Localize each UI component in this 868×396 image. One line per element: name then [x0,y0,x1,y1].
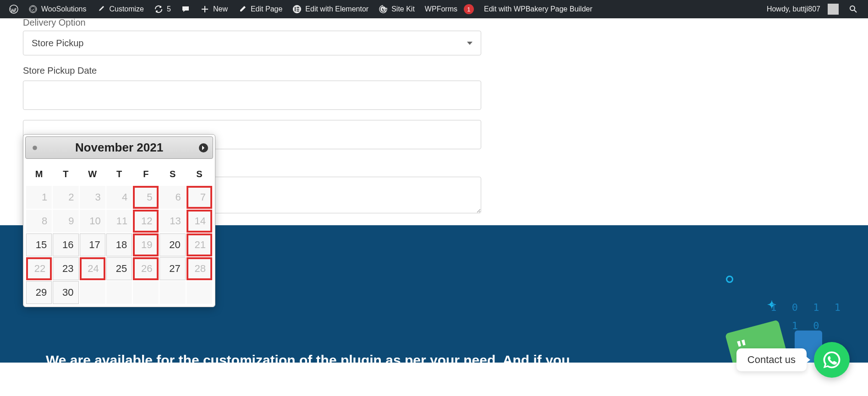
pickup-date-label: Store Pickup Date [23,65,845,76]
calendar-day: 4 [106,186,132,209]
wpbakery-link[interactable]: Edit with WPBakery Page Builder [479,0,597,18]
calendar-day[interactable]: 17 [80,233,105,256]
calendar-day[interactable]: 30 [53,281,78,304]
sitekit-label: Site Kit [391,5,415,13]
elementor-icon [292,5,302,14]
day-header: M [26,163,52,185]
next-arrow-icon [199,143,208,152]
update-icon [154,5,163,14]
calendar-day: 6 [159,186,185,209]
woo-solutions-link[interactable]: WooSolutions [24,0,91,18]
wpforms-label: WPForms [425,5,457,13]
calendar-day: 12 [133,210,159,233]
calendar-day: 28 [187,257,212,280]
new-label: New [213,5,228,13]
comments-link[interactable] [176,0,195,18]
day-header: T [53,163,78,185]
calendar-day [133,281,159,304]
calendar-day[interactable]: 18 [106,233,132,256]
admin-bar-right: Howdy, buttji807 [762,0,863,18]
calendar-day[interactable]: 16 [53,233,78,256]
datepicker-header: November 2021 [25,136,213,159]
wpforms-badge: 1 [464,4,474,14]
calendar-day: 3 [80,186,105,209]
svg-point-8 [33,146,37,150]
datepicker-title: November 2021 [75,141,163,155]
comment-icon [181,5,190,14]
calendar-day: 11 [106,210,132,233]
calendar-day: 14 [187,210,212,233]
pickup-date-input[interactable] [23,81,481,110]
calendar-day [159,281,185,304]
brush-icon [96,5,105,14]
plus-icon [200,5,209,14]
deco-circle-icon [726,276,733,283]
wp-admin-bar: WooSolutions Customize 5 New [0,0,868,18]
calendar-day: 19 [133,233,159,256]
contact-bubble[interactable]: Contact us [736,348,807,363]
calendar-day[interactable]: 15 [26,233,52,256]
chevron-down-icon [467,42,472,45]
calendar-day: 9 [53,210,78,233]
calendar-day[interactable]: 29 [26,281,52,304]
delivery-option-group: Store Pickup [23,31,845,55]
delivery-option-select[interactable]: Store Pickup [23,31,481,55]
datepicker: November 2021 MTWTFSS 123456789101112131… [23,134,215,307]
my-account-link[interactable]: Howdy, buttji807 [762,0,843,18]
google-icon: G [379,5,388,14]
svg-rect-4 [297,9,299,10]
avatar [828,4,839,15]
calendar-day [80,281,105,304]
svg-point-7 [850,6,855,11]
whatsapp-button[interactable] [814,342,850,363]
svg-text:G: G [381,5,386,13]
howdy-text: Howdy, buttji807 [767,5,820,13]
calendar-day[interactable]: 20 [159,233,185,256]
calendar-day: 24 [80,257,105,280]
calendar-day: 2 [53,186,78,209]
calendar-day: 13 [159,210,185,233]
content-area: Delivery Option Store Pickup Store Picku… [0,17,868,215]
wp-logo[interactable] [5,0,23,18]
whatsapp-icon [822,350,842,363]
updates-count: 5 [167,5,171,13]
calendar-day: 21 [187,233,212,256]
datepicker-prev[interactable] [29,142,40,153]
pickup-date-group: Store Pickup Date [23,65,845,110]
new-link[interactable]: New [196,0,232,18]
wpforms-link[interactable]: WPForms 1 [420,0,478,18]
calendar-day [106,281,132,304]
datepicker-next[interactable] [198,142,209,153]
pencil-icon [238,5,247,14]
day-header: S [159,163,185,185]
elementor-label: Edit with Elementor [305,5,368,13]
calendar-day: 8 [26,210,52,233]
edit-page-label: Edit Page [251,5,282,13]
calendar-day: 7 [187,186,212,209]
calendar-day: 5 [133,186,159,209]
customize-label: Customize [109,5,144,13]
calendar-day[interactable]: 25 [106,257,132,280]
deco-binary-text: 1 0 1 10 1 0 [770,298,845,335]
calendar-day: 22 [26,257,52,280]
delivery-option-label: Delivery Option [23,17,845,28]
calendar-day [187,281,212,304]
wordpress-icon [9,5,18,14]
wpbakery-label: Edit with WPBakery Page Builder [484,5,593,13]
elementor-link[interactable]: Edit with Elementor [288,0,373,18]
day-header: T [106,163,132,185]
calendar-day[interactable]: 27 [159,257,185,280]
admin-search[interactable] [843,0,863,18]
day-header: W [80,163,105,185]
edit-page-link[interactable]: Edit Page [233,0,287,18]
day-header: S [187,163,212,185]
updates-link[interactable]: 5 [149,0,176,18]
calendar-day: 26 [133,257,159,280]
calendar-day: 10 [80,210,105,233]
calendar-day: 1 [26,186,52,209]
day-header: F [133,163,159,185]
customize-link[interactable]: Customize [92,0,148,18]
svg-rect-5 [297,11,299,11]
calendar-day[interactable]: 23 [53,257,78,280]
sitekit-link[interactable]: G Site Kit [374,0,419,18]
